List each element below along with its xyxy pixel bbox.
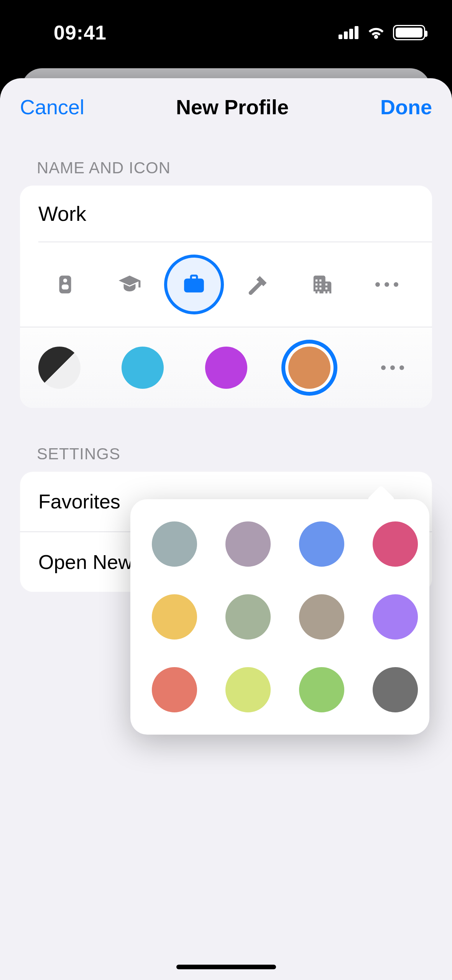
color-picker-row xyxy=(20,327,432,408)
section-header-settings: SETTINGS xyxy=(37,445,432,463)
nav-bar: Cancel New Profile Done xyxy=(0,78,452,136)
ellipsis-icon xyxy=(375,282,398,287)
pop-taupe[interactable] xyxy=(299,594,344,640)
pop-yellow[interactable] xyxy=(152,594,197,640)
status-time: 09:41 xyxy=(54,21,107,44)
graduation-icon[interactable] xyxy=(103,258,156,311)
profile-name-input[interactable] xyxy=(20,186,432,242)
pop-mauve[interactable] xyxy=(225,521,271,567)
more-icons-button[interactable] xyxy=(360,258,414,311)
cellular-icon xyxy=(339,26,359,39)
status-bar: 09:41 xyxy=(0,0,452,65)
svg-rect-2 xyxy=(62,284,69,289)
pop-coral[interactable] xyxy=(152,667,197,712)
wifi-icon xyxy=(366,24,386,41)
svg-point-1 xyxy=(63,279,67,283)
done-button[interactable]: Done xyxy=(380,95,432,119)
section-header-name-icon: NAME AND ICON xyxy=(37,159,432,177)
more-colors-button[interactable] xyxy=(371,365,414,370)
color-popover xyxy=(130,499,429,735)
color-purple[interactable] xyxy=(205,347,247,389)
pop-slate[interactable] xyxy=(152,521,197,567)
color-cyan[interactable] xyxy=(122,347,164,389)
home-indicator xyxy=(176,965,276,969)
hammer-icon[interactable] xyxy=(231,258,285,311)
battery-icon xyxy=(393,25,425,40)
pop-gray[interactable] xyxy=(373,667,418,712)
pop-green[interactable] xyxy=(299,667,344,712)
icon-picker-row xyxy=(20,242,432,327)
briefcase-icon[interactable] xyxy=(167,258,221,311)
page-title: New Profile xyxy=(176,95,289,119)
name-and-icon-card xyxy=(20,186,432,408)
color-duo[interactable] xyxy=(38,347,81,389)
pop-violet[interactable] xyxy=(373,594,418,640)
pop-pink[interactable] xyxy=(373,521,418,567)
color-orange[interactable] xyxy=(288,347,330,389)
modal-sheet: Cancel New Profile Done NAME AND ICON xyxy=(0,78,452,980)
favorites-label: Favorites xyxy=(38,490,120,513)
pop-blue[interactable] xyxy=(299,521,344,567)
cancel-button[interactable]: Cancel xyxy=(20,95,84,119)
pop-sage[interactable] xyxy=(225,594,271,640)
pop-lime[interactable] xyxy=(225,667,271,712)
status-icons xyxy=(339,24,425,41)
ellipsis-icon xyxy=(381,365,404,370)
building-icon[interactable] xyxy=(296,258,349,311)
badge-icon[interactable] xyxy=(38,258,92,311)
